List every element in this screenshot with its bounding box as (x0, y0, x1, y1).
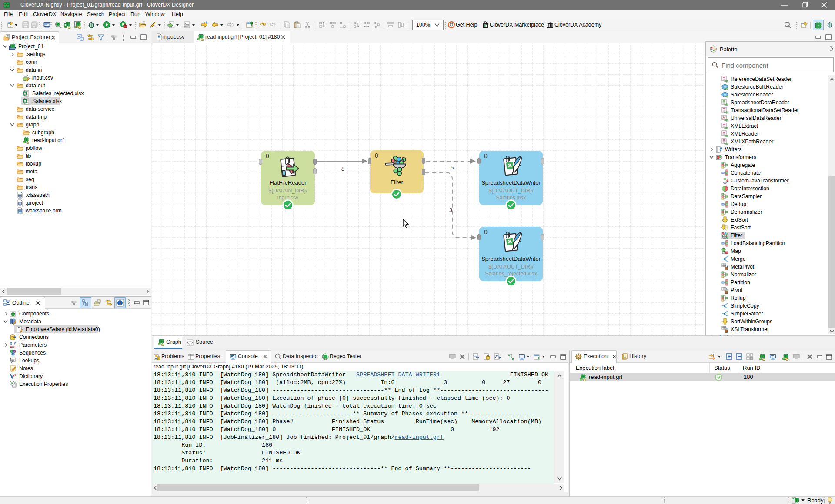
svg-text:5: 5 (451, 164, 454, 171)
svg-text:8: 8 (341, 166, 344, 172)
svg-text:i: i (120, 301, 121, 305)
svg-text:3: 3 (449, 207, 452, 213)
svg-text:A=1: A=1 (10, 345, 16, 348)
svg-text:X=Y: X=Y (10, 342, 16, 345)
